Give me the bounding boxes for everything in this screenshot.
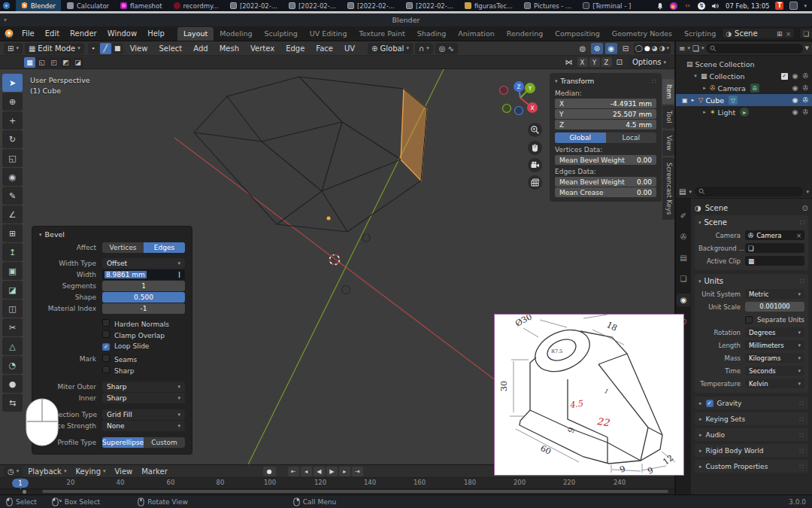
camera-view-icon[interactable] (528, 158, 542, 172)
custom-properties-panel[interactable]: ▸Custom Properties∷ (695, 460, 808, 473)
collection-checkbox[interactable]: ✓ (781, 73, 788, 80)
eye-icon[interactable]: ◉ (792, 108, 798, 116)
eye-icon[interactable]: ◉ (792, 96, 798, 104)
width-type-dropdown[interactable]: Offset▾ (102, 258, 185, 269)
harden-normals-checkbox[interactable] (102, 319, 110, 327)
collapse-icon[interactable]: ▾ (39, 232, 42, 238)
shading-wireframe-button[interactable]: ◯ (635, 44, 643, 52)
superellipse-button[interactable]: Superellipse (102, 437, 144, 448)
tool-annotate[interactable]: ✎ (2, 187, 23, 205)
tool-poly-build[interactable]: △ (2, 337, 23, 355)
proportional-editing[interactable]: ◎∿ (435, 43, 458, 54)
timeline-scrollbar[interactable] (0, 489, 674, 494)
miter-inner-dropdown[interactable]: Sharp▾ (102, 393, 185, 403)
global-button[interactable]: Global (555, 132, 606, 143)
tool-measure[interactable]: ∠ (2, 205, 23, 224)
audio-panel[interactable]: ▸Audio∷ (695, 428, 808, 441)
expand-icon[interactable]: ▸ (690, 97, 696, 103)
outliner-row-cube[interactable]: ▣ ▸ ▽ Cube ▽ ◉ ✇ (676, 94, 812, 106)
active-clip-field[interactable]: ▦ (745, 256, 804, 266)
tab-viewlayer-properties[interactable]: ❏ (677, 272, 690, 285)
tab-tool[interactable]: Tool (662, 105, 674, 129)
taskbar-app-flameshot[interactable]: flameshot (115, 0, 167, 11)
menu-view[interactable]: View (126, 44, 153, 53)
xray-toggle[interactable]: ⊟ (620, 43, 632, 54)
outliner-filter-id-icon[interactable]: ❏ (692, 44, 699, 53)
tool-bevel[interactable]: ◪ (2, 281, 23, 299)
face-strength-dropdown[interactable]: None▾ (102, 421, 185, 431)
snap-badge-icon[interactable]: ⊡ (617, 58, 623, 66)
edge-bevel-weight-field[interactable]: Mean Bevel Weight0.00 (555, 177, 656, 187)
mark-sharp-checkbox[interactable] (102, 366, 110, 373)
jump-to-end-button[interactable]: ⇥ (352, 467, 363, 476)
outliner-row-camera[interactable]: ▸ ✇ Camera ✇ ◉ ✇ (676, 82, 812, 94)
workspace-tab-shading[interactable]: Shading (411, 27, 453, 41)
selected-face[interactable] (401, 89, 427, 181)
temperature-dropdown[interactable]: Kelvin▾ (745, 379, 804, 388)
menu-view-timeline[interactable]: View (111, 467, 137, 476)
menu-vertex[interactable]: Vertex (246, 44, 279, 53)
expand-icon[interactable]: ▸ (701, 109, 707, 115)
window-titlebar[interactable]: ▾ Blender (0, 14, 812, 26)
chevron-down-icon[interactable]: ▾ (806, 189, 809, 195)
outliner-row-collection[interactable]: ▾ ▦ Collection ✓ ◉ ✇ (676, 70, 812, 82)
viewlayer-selector[interactable]: ❏ ViewLayer ⊞ × (799, 28, 812, 39)
eye-icon[interactable]: ◉ (792, 84, 798, 92)
outliner-row-scene-collection[interactable]: ▤ Scene Collection (676, 58, 812, 70)
scene-camera-field[interactable]: ✇Camera× (745, 230, 804, 240)
jump-to-start-button[interactable]: ⇤ (288, 467, 299, 476)
taskbar-app-window-2[interactable]: [2022-02-... (283, 0, 341, 11)
gravity-panel[interactable]: ▸✓Gravity∷ (695, 397, 808, 409)
properties-editor-icon[interactable]: ▤ (679, 187, 686, 196)
eye-icon[interactable]: ◉ (792, 72, 798, 80)
workspace-tab-animation[interactable]: Animation (452, 27, 500, 41)
menu-window[interactable]: Window (102, 28, 142, 39)
play-button[interactable]: ▶ (326, 467, 338, 476)
flame-tray-icon[interactable] (670, 2, 677, 10)
time-dropdown[interactable]: Seconds▾ (745, 366, 804, 376)
segments-input[interactable]: 1 (102, 281, 185, 291)
show-gizmos-toggle[interactable]: ⊛ (591, 43, 603, 54)
new-scene-icon[interactable]: ⊞ (777, 30, 783, 38)
zoom-icon[interactable] (528, 123, 542, 137)
workspace-tab-texture-paint[interactable]: Texture Paint (353, 27, 411, 41)
mode-selector[interactable]: ▦Edit Mode▾ (25, 43, 84, 54)
menu-add[interactable]: Add (189, 44, 212, 53)
tab-view[interactable]: View (662, 130, 674, 156)
material-index-input[interactable]: -1 (102, 303, 185, 314)
taskbar-app-blender[interactable]: Blender (16, 0, 61, 11)
vertex-select-button[interactable]: ∙ (88, 43, 99, 54)
tool-spin[interactable]: ◔ (2, 356, 23, 374)
median-z-field[interactable]: Z4.5 mm (555, 120, 656, 129)
workspace-tab-modeling[interactable]: Modeling (214, 27, 258, 41)
taskbar-app-window-1[interactable]: [2022-02-... (225, 0, 283, 11)
tab-render-properties[interactable]: ✇ (677, 230, 690, 243)
navigation-gizmo[interactable]: Z Y X (489, 77, 543, 120)
camera-visibility-icon[interactable]: ✇ (802, 96, 808, 104)
volume-icon[interactable] (711, 2, 720, 10)
camera-data-badge[interactable]: ✇ (750, 84, 759, 93)
unit-system-dropdown[interactable]: Metric▾ (745, 289, 804, 299)
mirror-z-button[interactable]: Z (601, 57, 612, 67)
scrollbar-dot[interactable] (23, 490, 26, 494)
select-extend-button[interactable]: ◱ (36, 57, 47, 68)
clear-icon[interactable]: × (796, 232, 801, 239)
editor-type-selector[interactable]: ⊞▾ (4, 43, 23, 54)
pin-icon[interactable]: ⊙ (802, 204, 808, 212)
collapse-icon[interactable]: ▾ (692, 73, 698, 79)
timeline-ruler[interactable]: 1 20 40 60 80 100 120 140 160 180 200 22… (0, 478, 674, 489)
axis-neg-z-ball[interactable] (515, 107, 523, 115)
tool-loop-cut[interactable]: ◫ (2, 300, 23, 318)
tab-scene-properties[interactable]: ◉ (677, 294, 690, 306)
select-subtract-button[interactable]: ◰ (48, 57, 59, 68)
menu-marker[interactable]: Marker (138, 467, 171, 476)
menu-uv[interactable]: UV (340, 44, 359, 53)
affect-vertices-button[interactable]: Vertices (102, 242, 144, 253)
mass-dropdown[interactable]: Kilograms▾ (745, 353, 804, 363)
code-icon[interactable]: ‹› (683, 2, 692, 10)
tool-select-box[interactable]: ➤ (2, 74, 23, 92)
gravity-checkbox[interactable]: ✓ (706, 400, 714, 407)
tool-add-cube[interactable]: ⊞ (2, 224, 23, 242)
menu-mesh[interactable]: Mesh (215, 44, 244, 53)
object-visibility-dropdown[interactable]: ◍ (577, 43, 589, 54)
